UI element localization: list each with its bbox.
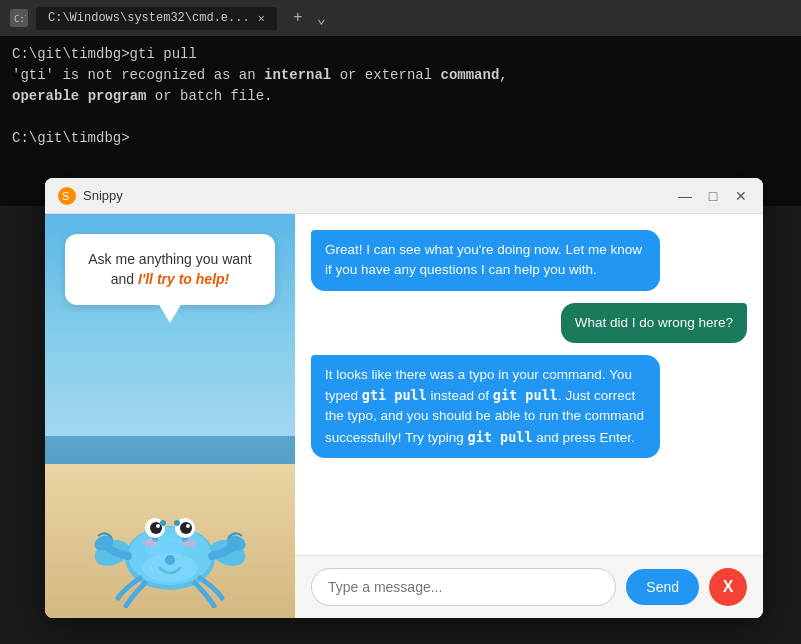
snippy-chat-panel: Great! I can see what you're doing now. … xyxy=(295,214,763,618)
close-button[interactable]: ✕ xyxy=(731,186,751,206)
svg-point-20 xyxy=(165,555,175,565)
chat-input[interactable] xyxy=(311,568,616,606)
speech-bubble-text: Ask me anything you want and I'll try to… xyxy=(88,251,251,287)
add-tab-button[interactable]: + xyxy=(289,7,307,29)
tab-dropdown-button[interactable]: ⌄ xyxy=(312,6,330,30)
message-3-text: It looks like there was a typo in your c… xyxy=(325,367,644,445)
window-controls: — □ ✕ xyxy=(675,186,751,206)
snippy-title: Snippy xyxy=(83,188,675,203)
snippy-left-panel: Ask me anything you want and I'll try to… xyxy=(45,214,295,618)
snippy-titlebar: S Snippy — □ ✕ xyxy=(45,178,763,214)
chat-close-button[interactable]: X xyxy=(709,568,747,606)
minimize-button[interactable]: — xyxy=(675,186,695,206)
terminal-tab[interactable]: C:\Windows\system32\cmd.e... ✕ xyxy=(36,7,277,30)
terminal-line-4 xyxy=(12,107,789,128)
maximize-button[interactable]: □ xyxy=(703,186,723,206)
terminal-line-1: C:\git\timdbg>gti pull xyxy=(12,44,789,65)
chat-input-area: Send X xyxy=(295,555,763,618)
snippy-window: S Snippy — □ ✕ Ask me anything you want … xyxy=(45,178,763,618)
message-2-text: What did I do wrong here? xyxy=(575,315,733,330)
chat-message-3: It looks like there was a typo in your c… xyxy=(311,355,660,458)
speech-bubble: Ask me anything you want and I'll try to… xyxy=(65,234,275,305)
svg-point-13 xyxy=(156,524,160,528)
speech-bubble-emphasis: I'll try to help! xyxy=(138,271,229,287)
chat-message-2: What did I do wrong here? xyxy=(561,303,747,343)
terminal-titlebar: C:\ C:\Windows\system32\cmd.e... ✕ + ⌄ xyxy=(0,0,801,36)
message-1-text: Great! I can see what you're doing now. … xyxy=(325,242,642,277)
svg-point-14 xyxy=(186,524,190,528)
terminal-line-3: operable program or batch file. xyxy=(12,86,789,107)
crab-image xyxy=(90,448,250,608)
svg-point-12 xyxy=(180,522,192,534)
chat-messages: Great! I can see what you're doing now. … xyxy=(295,214,763,555)
svg-point-22 xyxy=(174,520,180,526)
terminal-line-2: 'gti' is not recognized as an internal o… xyxy=(12,65,789,86)
code-1: gti pull xyxy=(362,387,427,403)
svg-text:S: S xyxy=(62,190,69,202)
snippy-body: Ask me anything you want and I'll try to… xyxy=(45,214,763,618)
code-3: git pull xyxy=(468,429,533,445)
chat-message-1: Great! I can see what you're doing now. … xyxy=(311,230,660,291)
terminal-tab-label: C:\Windows\system32\cmd.e... xyxy=(48,11,250,25)
snippy-logo-icon: S xyxy=(57,186,77,206)
terminal-icon: C:\ xyxy=(10,9,28,27)
svg-point-21 xyxy=(160,520,166,526)
send-button[interactable]: Send xyxy=(626,569,699,605)
svg-point-24 xyxy=(183,539,197,547)
terminal-tab-controls: + ⌄ xyxy=(289,6,330,30)
terminal-tab-close[interactable]: ✕ xyxy=(258,11,265,26)
terminal-line-5: C:\git\timdbg> xyxy=(12,128,789,149)
svg-point-23 xyxy=(143,539,157,547)
code-2: git pull xyxy=(493,387,558,403)
svg-text:C:\: C:\ xyxy=(14,14,26,24)
